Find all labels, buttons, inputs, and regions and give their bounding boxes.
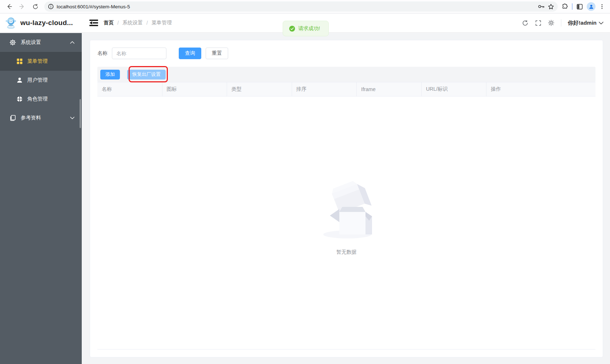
chevron-down-icon — [599, 21, 603, 25]
extensions-icon[interactable] — [561, 3, 568, 10]
user-icon — [16, 77, 23, 83]
sidebar-item-label: 角色管理 — [27, 96, 48, 102]
name-filter-input[interactable] — [112, 48, 166, 59]
column-header-type: 类型 — [227, 82, 292, 96]
chevron-down-icon — [70, 116, 74, 119]
success-check-icon — [289, 26, 295, 32]
gear-icon — [9, 39, 16, 46]
filter-bar: 名称 查询 重置 — [97, 48, 595, 59]
back-arrow-icon — [6, 3, 12, 10]
password-key-icon[interactable] — [538, 4, 545, 9]
forward-arrow-icon — [19, 3, 25, 10]
bookmark-star-icon[interactable] — [548, 4, 554, 10]
menu-fold-icon — [89, 19, 98, 27]
reload-icon — [32, 4, 39, 10]
browser-toolbar: localhost:6001/#/system-Menus-5 — [0, 0, 610, 13]
factory-reset-button[interactable]: 恢复出厂设置 — [127, 70, 166, 79]
browser-forward-button[interactable] — [17, 1, 28, 12]
search-button[interactable]: 查询 — [179, 48, 201, 59]
toast-message: 请求成功! — [298, 25, 320, 32]
table-toolbar: 添加 恢复出厂设置 — [97, 67, 595, 82]
column-header-icon: 图标 — [162, 82, 227, 96]
sidebar-item-label: 用户管理 — [27, 77, 48, 83]
table-header-row: 名称 图标 类型 排序 Iframe URL/标识 操作 — [97, 82, 595, 97]
chevron-up-icon — [70, 41, 74, 44]
url-text[interactable]: localhost:6001/#/system-Menus-5 — [57, 4, 535, 9]
name-filter-label: 名称 — [97, 50, 108, 57]
profile-avatar[interactable] — [587, 2, 595, 11]
column-header-actions: 操作 — [486, 82, 595, 96]
browser-back-button[interactable] — [4, 1, 15, 12]
add-button[interactable]: 添加 — [100, 70, 120, 79]
refresh-icon[interactable] — [522, 20, 529, 26]
user-menu[interactable]: 你好!admin — [568, 20, 603, 26]
sidebar-item-label: 系统设置 — [21, 39, 41, 46]
brand: wu-lazy-cloud... — [0, 16, 82, 29]
sidebar-item-label: 菜单管理 — [27, 58, 48, 65]
column-header-name: 名称 — [97, 82, 162, 96]
sidebar-item-menu-management[interactable]: 菜单管理 — [0, 52, 82, 71]
sidebar-item-label: 参考资料 — [21, 115, 41, 121]
breadcrumb-home[interactable]: 首页 — [104, 20, 114, 26]
header-actions: 你好!admin — [522, 19, 610, 26]
empty-box-illustration — [317, 180, 376, 240]
main-content: 名称 查询 重置 添加 恢复出厂设置 名称 图标 类型 排序 Iframe UR… — [82, 33, 610, 364]
column-header-url: URL/标识 — [422, 82, 487, 96]
sidebar-collapse-button[interactable] — [89, 19, 98, 27]
sidebar-item-reference-materials[interactable]: 参考资料 — [0, 109, 82, 127]
column-header-sort: 排序 — [292, 82, 357, 96]
success-toast: 请求成功! — [283, 21, 329, 36]
browser-menu-icon[interactable] — [599, 4, 605, 9]
theme-sun-icon[interactable] — [548, 20, 554, 26]
breadcrumb-separator: / — [117, 20, 119, 26]
breadcrumb-system-settings[interactable]: 系统设置 — [122, 20, 143, 26]
breadcrumb: 首页 / 系统设置 / 菜单管理 — [104, 20, 172, 26]
column-header-iframe: Iframe — [357, 82, 422, 96]
greeting-text: 你好!admin — [568, 20, 597, 26]
role-icon — [16, 96, 23, 102]
empty-state-text: 暂无数据 — [336, 249, 357, 255]
header-divider — [561, 19, 561, 26]
toolbar-divider — [572, 3, 573, 10]
document-icon — [9, 115, 16, 121]
app-logo-icon — [5, 16, 17, 29]
table-body: 暂无数据 — [97, 97, 595, 349]
grid-icon — [16, 58, 23, 65]
person-icon — [589, 4, 594, 9]
content-card: 名称 查询 重置 添加 恢复出厂设置 名称 图标 类型 排序 Iframe UR… — [90, 40, 603, 357]
sidebar-item-system-settings[interactable]: 系统设置 — [0, 33, 82, 52]
breadcrumb-menu-management[interactable]: 菜单管理 — [152, 20, 172, 26]
breadcrumb-separator: / — [146, 20, 148, 26]
fullscreen-icon[interactable] — [535, 20, 541, 26]
sidebar-scrollbar-thumb[interactable] — [80, 99, 81, 128]
app-title: wu-lazy-cloud... — [20, 19, 73, 27]
site-info-icon[interactable] — [48, 4, 54, 9]
empty-state: 暂无数据 — [97, 180, 595, 255]
address-bar[interactable]: localhost:6001/#/system-Menus-5 — [44, 1, 558, 12]
reset-button[interactable]: 重置 — [206, 48, 228, 59]
browser-actions — [561, 2, 606, 11]
sidebar-item-user-management[interactable]: 用户管理 — [0, 71, 82, 90]
sidebar-item-role-management[interactable]: 角色管理 — [0, 90, 82, 109]
side-panel-icon[interactable] — [576, 3, 583, 10]
sidebar: 系统设置 菜单管理 用户管理 角色管理 参考资料 — [0, 33, 82, 364]
browser-reload-button[interactable] — [30, 1, 41, 12]
